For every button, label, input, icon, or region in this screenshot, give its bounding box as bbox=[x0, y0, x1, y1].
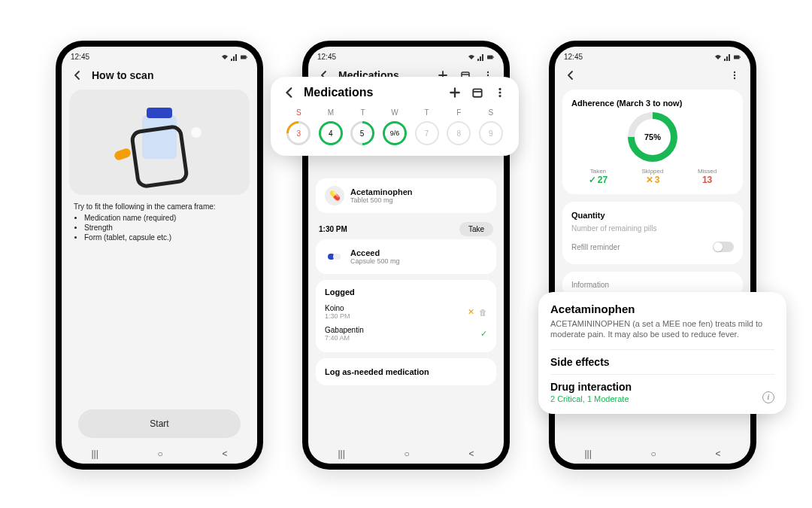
recent-apps-icon[interactable]: ||| bbox=[584, 449, 591, 459]
delete-icon[interactable]: 🗑 bbox=[479, 308, 487, 317]
capsule-icon bbox=[325, 247, 344, 266]
refill-label: Refill reminder bbox=[571, 243, 620, 251]
medication-name: Acetaminophen bbox=[350, 187, 487, 196]
svg-rect-11 bbox=[740, 56, 741, 58]
drug-info-popup: Acetaminophen ACETAMININOPHEN (a set a M… bbox=[538, 292, 786, 414]
interaction-sub: 2 Critical, 1 Moderate bbox=[550, 394, 632, 403]
svg-point-13 bbox=[734, 75, 735, 76]
svg-rect-15 bbox=[473, 89, 481, 96]
wifi-icon bbox=[221, 53, 229, 61]
drug-name: Acetaminophen bbox=[550, 303, 774, 315]
svg-rect-10 bbox=[734, 55, 740, 59]
medication-item[interactable]: Acceed Capsule 500 mg bbox=[316, 239, 496, 274]
status-icons bbox=[221, 53, 248, 61]
drug-description: ACETAMININOPHEN (a set a MEE noe fen) tr… bbox=[550, 318, 774, 340]
check-icon: ✓ bbox=[589, 175, 596, 185]
logged-section: Logged Koino 1:30 PM ✕ 🗑 Gabape bbox=[316, 280, 496, 352]
scan-instructions: Try to fit the following in the camera f… bbox=[69, 195, 250, 242]
log-row[interactable]: Koino 1:30 PM ✕ 🗑 bbox=[325, 301, 487, 323]
svg-point-18 bbox=[498, 95, 501, 97]
home-icon[interactable]: ○ bbox=[404, 449, 410, 459]
app-bar: How to scan bbox=[62, 61, 257, 90]
instruction-lead: Try to fit the following in the camera f… bbox=[74, 202, 245, 211]
instruction-item: Medication name (required) bbox=[84, 214, 245, 222]
log-time: 7:40 AM bbox=[325, 334, 364, 342]
signal-icon bbox=[724, 53, 732, 61]
quantity-input[interactable]: Number of remaining pills bbox=[571, 224, 734, 233]
instruction-item: Form (tablet, capsule etc.) bbox=[84, 233, 245, 242]
day-thu[interactable]: T 7 bbox=[411, 108, 443, 145]
time-slot-header: 1:30 PM Take bbox=[316, 219, 496, 239]
quantity-title: Quantity bbox=[571, 211, 734, 220]
battery-icon bbox=[241, 53, 248, 61]
day-wed[interactable]: W 9/6 bbox=[379, 108, 411, 145]
log-time: 1:30 PM bbox=[325, 312, 350, 320]
information-label: Information bbox=[571, 281, 734, 289]
pill-icon: 💊 bbox=[325, 186, 344, 205]
back-nav-icon[interactable]: < bbox=[469, 449, 474, 459]
more-icon[interactable] bbox=[726, 67, 743, 84]
side-effects-row[interactable]: Side effects bbox=[550, 349, 774, 374]
battery-icon bbox=[734, 53, 741, 61]
day-tue[interactable]: T 5 bbox=[347, 108, 379, 145]
svg-point-6 bbox=[487, 75, 489, 76]
start-button[interactable]: Start bbox=[78, 409, 241, 438]
add-icon[interactable] bbox=[447, 84, 463, 101]
svg-point-16 bbox=[498, 88, 501, 90]
home-icon[interactable]: ○ bbox=[158, 449, 163, 459]
status-time: 12:45 bbox=[564, 53, 583, 61]
back-icon[interactable] bbox=[562, 67, 579, 84]
wifi-icon bbox=[714, 53, 722, 61]
page-title: How to scan bbox=[92, 69, 250, 81]
status-time: 12:45 bbox=[71, 53, 89, 61]
back-icon[interactable] bbox=[69, 67, 86, 84]
svg-rect-1 bbox=[247, 56, 247, 58]
calendar-icon[interactable] bbox=[469, 84, 486, 101]
slot-time: 1:30 PM bbox=[319, 225, 347, 233]
phone-how-to-scan: 12:45 How to scan bbox=[56, 41, 263, 470]
log-row[interactable]: Gabapentin 7:40 AM ✓ bbox=[325, 323, 487, 345]
status-bar: 12:45 bbox=[555, 47, 750, 61]
svg-point-5 bbox=[487, 71, 489, 73]
medication-name: Acceed bbox=[350, 248, 487, 257]
log-name: Koino bbox=[325, 304, 350, 312]
adherence-donut: 75% bbox=[628, 112, 677, 162]
popup-title: Medications bbox=[304, 86, 441, 99]
android-nav: ||| ○ < bbox=[308, 444, 504, 464]
recent-apps-icon[interactable]: ||| bbox=[91, 449, 98, 459]
status-icons bbox=[468, 53, 495, 61]
log-as-needed-button[interactable]: Log as-needed medication bbox=[316, 358, 496, 385]
back-icon[interactable] bbox=[281, 84, 298, 101]
day-sun[interactable]: S 3 bbox=[283, 108, 315, 145]
day-fri[interactable]: F 8 bbox=[443, 108, 475, 145]
take-button[interactable]: Take bbox=[459, 222, 493, 236]
refill-toggle[interactable] bbox=[713, 242, 734, 252]
info-icon[interactable]: i bbox=[762, 391, 774, 403]
medication-item[interactable]: 💊 Acetaminophen Tablet 500 mg bbox=[316, 178, 496, 213]
android-nav: ||| ○ < bbox=[555, 444, 750, 464]
medication-sub: Tablet 500 mg bbox=[350, 196, 487, 204]
section-title: Logged bbox=[325, 287, 487, 297]
more-icon[interactable] bbox=[492, 84, 508, 101]
stat-missed: Missed 13 bbox=[698, 168, 717, 185]
recent-apps-icon[interactable]: ||| bbox=[338, 449, 344, 459]
week-overview-popup: Medications S 3 M 4 T 5 W 9/6 T 7 bbox=[271, 77, 519, 156]
signal-icon bbox=[231, 53, 238, 61]
instruction-item: Strength bbox=[84, 224, 245, 232]
back-nav-icon[interactable]: < bbox=[716, 449, 721, 459]
x-icon: ✕ bbox=[646, 175, 653, 185]
home-icon[interactable]: ○ bbox=[651, 449, 656, 459]
svg-point-12 bbox=[734, 71, 735, 73]
app-bar bbox=[555, 61, 750, 90]
status-time: 12:45 bbox=[317, 53, 336, 61]
stat-skipped: Skipped ✕3 bbox=[642, 168, 664, 185]
refill-row[interactable]: Refill reminder bbox=[571, 239, 734, 255]
back-nav-icon[interactable]: < bbox=[223, 449, 228, 459]
day-mon[interactable]: M 4 bbox=[315, 108, 347, 145]
drug-interaction-row[interactable]: Drug interaction 2 Critical, 1 Moderate … bbox=[550, 374, 774, 403]
adherence-percent: 75% bbox=[628, 112, 677, 162]
quantity-card: Quantity Number of remaining pills Refil… bbox=[562, 202, 743, 264]
stat-taken: Taken ✓27 bbox=[589, 168, 607, 185]
day-sat[interactable]: S 9 bbox=[474, 108, 507, 145]
status-icons bbox=[714, 53, 741, 61]
